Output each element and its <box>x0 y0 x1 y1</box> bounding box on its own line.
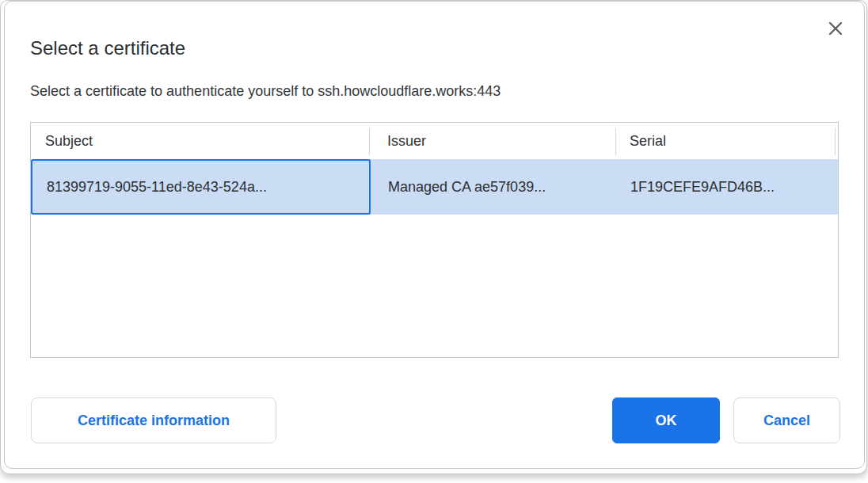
close-x-icon <box>828 21 843 36</box>
certificate-subject: 81399719-9055-11ed-8e43-524a... <box>47 179 267 196</box>
column-header-label: Subject <box>45 133 93 150</box>
select-certificate-dialog: Select a certificate Select a certificat… <box>4 1 865 469</box>
dialog-subtitle: Select a certificate to authenticate you… <box>30 82 501 101</box>
ok-button[interactable]: OK <box>612 397 720 443</box>
certificate-serial: 1F19CEFE9AFD46B... <box>630 179 775 196</box>
column-header-serial[interactable]: Serial <box>616 123 836 159</box>
certificate-issuer: Managed CA ae57f039... <box>388 179 546 196</box>
cell-issuer[interactable]: Managed CA ae57f039... <box>371 159 617 215</box>
screen: Select a certificate Select a certificat… <box>0 0 868 483</box>
certificate-table: Subject Issuer Serial 81399719-9055-11ed… <box>30 122 839 358</box>
column-header-subject[interactable]: Subject <box>31 123 370 159</box>
close-button[interactable] <box>824 17 847 40</box>
table-header-row: Subject Issuer Serial <box>31 123 838 159</box>
cell-serial[interactable]: 1F19CEFE9AFD46B... <box>617 159 838 215</box>
cancel-button[interactable]: Cancel <box>733 397 840 443</box>
column-header-label: Issuer <box>387 133 426 150</box>
column-header-issuer[interactable]: Issuer <box>370 123 616 159</box>
column-divider <box>835 128 836 155</box>
table-row-certificate[interactable]: 81399719-9055-11ed-8e43-524a... Managed … <box>31 159 838 215</box>
certificate-information-button[interactable]: Certificate information <box>31 397 276 443</box>
cell-subject[interactable]: 81399719-9055-11ed-8e43-524a... <box>31 159 371 215</box>
dialog-title: Select a certificate <box>30 36 185 60</box>
column-header-label: Serial <box>630 133 666 150</box>
